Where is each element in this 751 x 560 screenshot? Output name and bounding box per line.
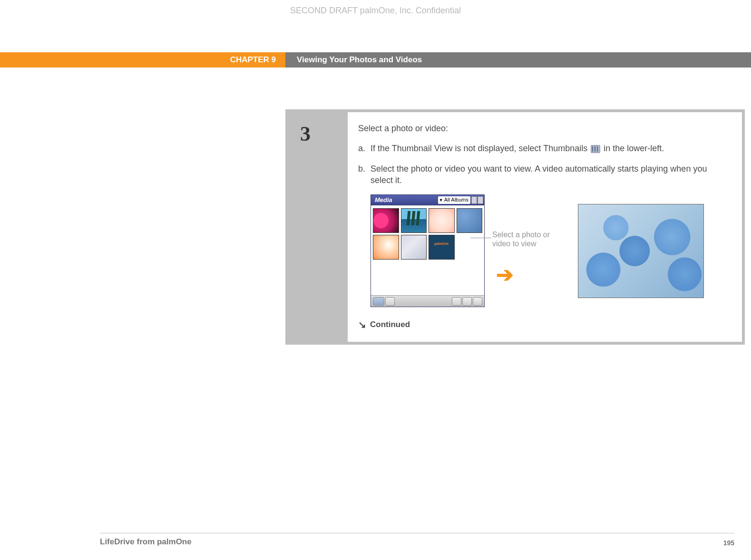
substep-a-letter: a. xyxy=(358,143,371,154)
storage-card-icon[interactable] xyxy=(478,196,483,204)
thumbnails-view-button[interactable] xyxy=(373,297,384,306)
header-bar: CHAPTER 9 Viewing Your Photos and Videos xyxy=(0,52,751,68)
thumbnail-3[interactable] xyxy=(429,208,455,233)
media-titlebar: Media ▼ All Albums xyxy=(371,195,484,205)
substep-b-letter: b. xyxy=(358,163,371,186)
screenshot-row: Media ▼ All Albums xyxy=(371,194,729,307)
footer-divider xyxy=(100,533,734,533)
footer-page-number: 195 xyxy=(723,539,734,547)
slideshow-button[interactable] xyxy=(462,297,472,306)
substep-a-text: If the Thumbnail View is not displayed, … xyxy=(371,143,729,154)
annotation-label: Select a photo or video to view xyxy=(492,230,564,248)
thumbnail-1[interactable] xyxy=(373,208,399,233)
thumbnail-2[interactable] xyxy=(401,208,427,233)
substep-a-before: If the Thumbnail View is not displayed, … xyxy=(371,144,590,153)
media-toolbar xyxy=(371,295,484,307)
footer-product-name: LifeDrive from palmOne xyxy=(100,537,192,547)
list-view-button[interactable] xyxy=(385,297,395,306)
arrow-right-icon: ➔ xyxy=(496,261,564,289)
copy-button[interactable] xyxy=(473,297,482,306)
step-content: Select a photo or video: a. If the Thumb… xyxy=(348,112,742,342)
selected-photo-preview xyxy=(578,204,704,298)
continued-label: Continued xyxy=(370,319,410,330)
watermark-text: SECOND DRAFT palmOne, Inc. Confidential xyxy=(0,6,751,16)
thumbnails-grid xyxy=(371,205,484,295)
continued-arrow-icon: ↘ xyxy=(358,319,366,331)
step-heading: Select a photo or video: xyxy=(358,123,729,134)
albums-dropdown-label: All Albums xyxy=(444,196,468,203)
continued-indicator: ↘ Continued xyxy=(358,319,729,331)
albums-dropdown[interactable]: ▼ All Albums xyxy=(438,196,470,204)
dropdown-arrow-icon: ▼ xyxy=(439,197,443,203)
substep-b-text: Select the photo or video you want to vi… xyxy=(371,163,729,186)
thumbnails-icon xyxy=(591,145,600,153)
thumbnail-4[interactable] xyxy=(457,208,483,233)
chapter-title: Viewing Your Photos and Videos xyxy=(285,52,751,68)
substep-b: b. Select the photo or video you want to… xyxy=(358,163,729,186)
send-button[interactable] xyxy=(452,297,461,306)
step-number: 3 xyxy=(288,112,348,342)
thumbnail-7[interactable] xyxy=(429,235,455,260)
media-application-window: Media ▼ All Albums xyxy=(371,194,485,307)
substep-a-after: in the lower-left. xyxy=(604,144,664,153)
annotation-wrapper: Select a photo or video to view ➔ xyxy=(488,213,564,289)
thumbnail-6[interactable] xyxy=(401,235,427,260)
substep-a: a. If the Thumbnail View is not displaye… xyxy=(358,143,729,154)
chapter-label: CHAPTER 9 xyxy=(0,52,285,68)
media-app-title: Media xyxy=(372,196,395,204)
thumbnail-5[interactable] xyxy=(373,235,399,260)
storage-device-icon[interactable] xyxy=(471,196,477,204)
step-card: 3 Select a photo or video: a. If the Thu… xyxy=(285,109,745,345)
